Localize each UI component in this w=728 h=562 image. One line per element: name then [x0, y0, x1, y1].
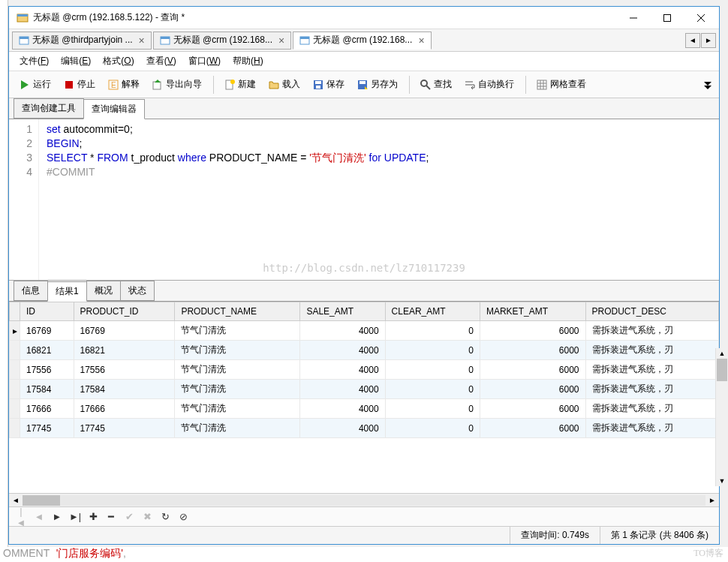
tab-label: 无标题 @crm (192.168... — [173, 34, 272, 47]
status-query-time: 查询时间: 0.749s — [510, 527, 600, 544]
export-button[interactable]: 导出向导 — [146, 75, 207, 94]
table-row[interactable]: 1758417584节气门清洗400006000需拆装进气系统，刃 — [10, 380, 719, 399]
horizontal-scrollbar[interactable]: ◄ ► — [9, 493, 719, 506]
result-grid-wrap: ID PRODUCT_ID PRODUCT_NAME SALE_AMT CLEA… — [9, 302, 719, 526]
row-indicator-header — [10, 302, 20, 321]
close-button[interactable] — [684, 8, 717, 29]
new-icon — [224, 79, 236, 91]
code-area[interactable]: set autocommit=0; BEGIN; SELECT * FROM t… — [39, 119, 719, 280]
table-row[interactable]: 1755617556节气门清洗400006000需拆装进气系统，刃 — [10, 360, 719, 380]
background-code-fragment: OMMENT '门店服务编码', TO博客 — [0, 547, 728, 562]
svg-rect-24 — [359, 81, 366, 84]
wrap-icon — [464, 79, 476, 91]
col-sale-amt[interactable]: SALE_AMT — [300, 302, 385, 321]
grid-icon — [536, 79, 548, 91]
background-editor-fragment — [0, 0, 8, 562]
explain-button[interactable]: E解释 — [102, 75, 145, 94]
vertical-scrollbar[interactable]: ▲ ▼ — [715, 348, 727, 486]
tab-label: 无标题 @crm (192.168... — [313, 34, 412, 47]
document-tabs: 无标题 @thirdpartyjoin ... × 无标题 @crm (192.… — [9, 29, 719, 52]
minimize-button[interactable] — [616, 8, 650, 29]
toolbar-overflow[interactable] — [701, 77, 714, 93]
sql-editor[interactable]: 1234 set autocommit=0; BEGIN; SELECT * F… — [9, 119, 719, 281]
col-product-id[interactable]: PRODUCT_ID — [74, 302, 175, 321]
tab-result1[interactable]: 结果1 — [47, 281, 87, 302]
menu-file[interactable]: 文件(F) — [14, 53, 55, 70]
nav-first[interactable]: |◄ — [15, 506, 27, 527]
svg-rect-16 — [153, 82, 161, 89]
tab-query-editor[interactable]: 查询编辑器 — [83, 99, 145, 119]
table-row[interactable]: ▸1676916769节气门清洗400006000需拆装进气系统，刃 — [10, 321, 719, 341]
menu-window[interactable]: 窗口(W) — [182, 53, 227, 70]
scroll-right-icon[interactable]: ► — [705, 494, 719, 506]
stop-button[interactable]: 停止 — [58, 75, 101, 94]
save-button[interactable]: 保存 — [307, 75, 350, 94]
col-clear-amt[interactable]: CLEAR_AMT — [385, 302, 480, 321]
tab-label: 无标题 @thirdpartyjoin ... — [32, 34, 133, 47]
svg-rect-11 — [300, 37, 309, 39]
svg-rect-9 — [161, 37, 170, 39]
scroll-up-icon[interactable]: ▲ — [716, 348, 728, 359]
saveas-icon — [356, 79, 369, 91]
load-button[interactable]: 载入 — [263, 75, 305, 94]
window-title: 无标题 @crm (192.168.5.122) - 查询 * — [33, 11, 616, 24]
doc-tab-0[interactable]: 无标题 @thirdpartyjoin ... × — [12, 32, 152, 50]
nav-refresh[interactable]: ↻ — [159, 511, 171, 522]
nav-remove[interactable]: ━ — [105, 511, 117, 522]
nav-apply[interactable]: ✔ — [123, 511, 135, 522]
stop-icon — [63, 79, 75, 91]
query-icon — [19, 35, 29, 46]
scroll-thumb[interactable] — [23, 495, 60, 506]
titlebar: 无标题 @crm (192.168.5.122) - 查询 * — [9, 7, 719, 29]
tab-info[interactable]: 信息 — [14, 281, 48, 301]
scroll-down-icon[interactable]: ▼ — [716, 476, 728, 486]
nav-last[interactable]: ►| — [69, 511, 81, 522]
menu-help[interactable]: 帮助(H) — [227, 53, 269, 70]
tab-close-icon[interactable]: × — [139, 35, 145, 47]
col-product-name[interactable]: PRODUCT_NAME — [175, 302, 300, 321]
run-button[interactable]: 运行 — [14, 75, 56, 94]
tab-profile[interactable]: 概况 — [86, 281, 121, 301]
tab-close-icon[interactable]: × — [418, 35, 424, 47]
nav-next[interactable]: ► — [51, 511, 63, 522]
svg-rect-13 — [65, 81, 73, 89]
col-id[interactable]: ID — [20, 302, 74, 321]
result-grid[interactable]: ID PRODUCT_ID PRODUCT_NAME SALE_AMT CLEA… — [9, 302, 719, 493]
maximize-button[interactable] — [650, 8, 684, 29]
line-gutter: 1234 — [9, 119, 39, 280]
find-button[interactable]: 查找 — [414, 75, 457, 94]
app-icon — [17, 12, 29, 24]
table-row[interactable]: 1766617666节气门清洗400006000需拆装进气系统，刃 — [10, 399, 719, 419]
menu-edit[interactable]: 编辑(E) — [55, 53, 97, 70]
tab-scroll-right[interactable]: ► — [701, 33, 716, 48]
gridview-button[interactable]: 网格查看 — [531, 75, 591, 94]
table-row[interactable]: 1682116821节气门清洗400006000需拆装进气系统，刃 — [10, 341, 719, 360]
nav-stop[interactable]: ⊘ — [177, 511, 189, 522]
menu-format[interactable]: 格式(O) — [97, 53, 140, 70]
doc-tab-2[interactable]: 无标题 @crm (192.168... × — [293, 32, 431, 50]
col-product-desc[interactable]: PRODUCT_DESC — [585, 302, 719, 321]
tab-scroll-left[interactable]: ◄ — [685, 33, 700, 48]
menu-view[interactable]: 查看(V) — [140, 53, 182, 70]
doc-tab-1[interactable]: 无标题 @crm (192.168... × — [153, 32, 291, 50]
editor-subtabs: 查询创建工具 查询编辑器 — [9, 98, 719, 119]
wrap-button[interactable]: 自动换行 — [459, 75, 519, 94]
nav-cancel[interactable]: ✖ — [141, 511, 153, 522]
explain-icon: E — [107, 79, 119, 91]
tab-close-icon[interactable]: × — [278, 35, 284, 47]
nav-prev[interactable]: ◄ — [33, 511, 45, 522]
query-icon — [160, 35, 170, 46]
svg-rect-21 — [315, 81, 321, 84]
nav-add[interactable]: ✚ — [87, 511, 99, 522]
col-market-amt[interactable]: MARKET_AMT — [480, 302, 585, 321]
table-row[interactable]: 1774517745节气门清洗400006000需拆装进气系统，刃 — [10, 419, 719, 438]
new-button[interactable]: 新建 — [218, 75, 261, 94]
saveas-button[interactable]: 另存为 — [351, 75, 403, 94]
play-icon — [19, 79, 31, 91]
vscroll-thumb[interactable] — [717, 359, 727, 381]
tab-status[interactable]: 状态 — [120, 281, 155, 301]
record-navbar: |◄ ◄ ► ►| ✚ ━ ✔ ✖ ↻ ⊘ — [9, 506, 719, 526]
result-tabs: 信息 结果1 概况 状态 — [9, 281, 719, 302]
scroll-left-icon[interactable]: ◄ — [9, 494, 23, 506]
tab-query-builder[interactable]: 查询创建工具 — [14, 98, 84, 119]
